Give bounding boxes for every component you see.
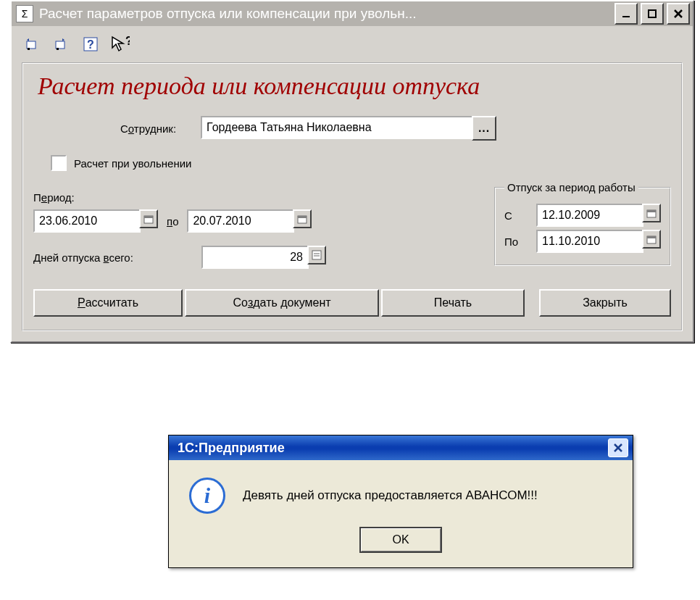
titlebar: Σ Расчет параметров отпуска или компенса… <box>12 1 693 26</box>
period-to-field[interactable]: 20.07.2010 <box>187 209 294 233</box>
employee-label: Сотрудник: <box>120 122 176 135</box>
ok-button[interactable]: OK <box>359 527 442 553</box>
help-icon[interactable]: ? <box>80 35 101 54</box>
svg-rect-14 <box>298 216 307 218</box>
close-button[interactable] <box>667 3 690 25</box>
minimize-button[interactable] <box>614 3 638 25</box>
svg-rect-4 <box>27 41 36 49</box>
message-titlebar: 1С:Предприятие <box>169 436 633 460</box>
days-total-field[interactable]: 28 <box>201 246 309 269</box>
toolbar-button-2[interactable] <box>51 35 72 54</box>
calculator-icon[interactable] <box>307 246 326 264</box>
close-form-button[interactable]: Закрыть <box>539 289 671 317</box>
window-title: Расчет параметров отпуска или компенсаци… <box>39 6 614 22</box>
po-label: по <box>167 215 178 228</box>
info-icon: i <box>189 478 225 514</box>
context-help-icon[interactable]: ? <box>109 35 130 54</box>
svg-rect-6 <box>56 41 64 49</box>
work-from-field[interactable]: 12.10.2009 <box>536 204 643 227</box>
employee-picker-button[interactable]: ... <box>472 116 496 141</box>
work-from-label: С <box>504 209 526 222</box>
calendar-icon[interactable] <box>642 204 661 222</box>
print-button[interactable]: Печать <box>381 289 525 317</box>
toolbar: ? ? <box>12 26 693 58</box>
svg-rect-15 <box>312 251 321 259</box>
main-window: Σ Расчет параметров отпуска или компенса… <box>10 0 694 343</box>
work-to-field[interactable]: 11.10.2010 <box>536 230 643 253</box>
message-text: Девять дней отпуска предоставляется АВАН… <box>243 488 538 503</box>
dismissal-checkbox[interactable] <box>51 155 67 171</box>
maximize-button[interactable] <box>641 3 664 25</box>
dismissal-checkbox-label: Расчет при увольнении <box>74 157 191 170</box>
message-close-button[interactable] <box>608 438 628 457</box>
create-document-button[interactable]: Создать документ <box>185 289 379 317</box>
work-to-label: По <box>504 236 526 248</box>
panel-title: Расчет периода или компенсации отпуска <box>38 72 671 100</box>
window-controls <box>614 3 690 25</box>
svg-rect-21 <box>647 236 656 238</box>
calendar-icon[interactable] <box>139 209 158 228</box>
main-panel: Расчет периода или компенсации отпуска С… <box>22 62 683 331</box>
period-from-field[interactable]: 23.06.2010 <box>33 209 141 233</box>
calculate-button[interactable]: Рассчитать <box>33 289 183 317</box>
message-box: 1С:Предприятие i Девять дней отпуска пре… <box>168 435 633 568</box>
svg-rect-12 <box>144 216 153 218</box>
svg-rect-0 <box>622 16 630 17</box>
toolbar-button-1[interactable] <box>22 35 43 54</box>
calendar-icon[interactable] <box>293 209 312 228</box>
svg-text:?: ? <box>87 38 94 51</box>
svg-rect-19 <box>647 210 656 212</box>
message-title: 1С:Предприятие <box>178 441 285 456</box>
app-icon: Σ <box>16 5 33 22</box>
employee-field[interactable]: Гордеева Татьяна Николаевна <box>201 116 473 139</box>
svg-rect-5 <box>28 48 30 50</box>
work-period-group: Отпуск за период работы С 12.10.2009 По … <box>494 181 671 266</box>
svg-rect-7 <box>57 48 59 50</box>
svg-text:?: ? <box>125 35 130 47</box>
days-label: Дней отпуска всего: <box>33 251 193 264</box>
period-label: Период: <box>33 191 494 204</box>
calendar-icon[interactable] <box>642 230 661 249</box>
svg-rect-1 <box>649 10 656 17</box>
work-period-legend: Отпуск за период работы <box>504 181 638 193</box>
